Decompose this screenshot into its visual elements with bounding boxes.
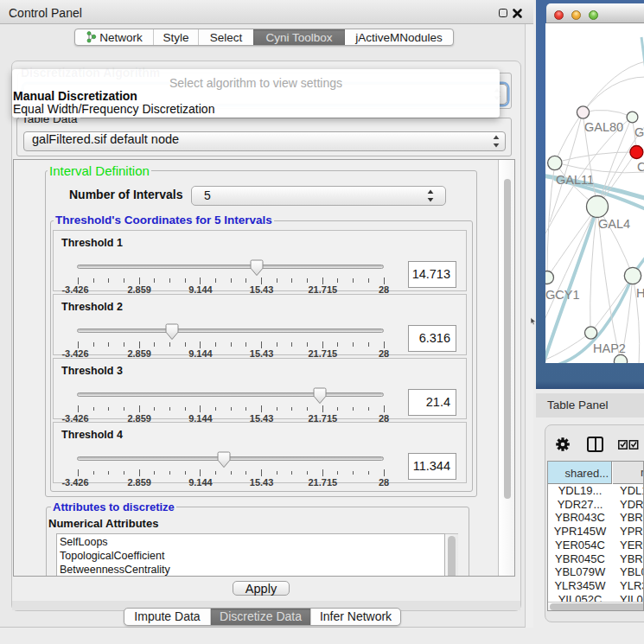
svg-text:H: H (636, 286, 644, 300)
svg-text:C: C (637, 160, 644, 174)
svg-text:GAL80: GAL80 (584, 120, 623, 134)
svg-text:HAP2: HAP2 (593, 341, 626, 355)
svg-text:G.: G. (634, 125, 644, 139)
svg-text:GCY1: GCY1 (545, 288, 580, 302)
svg-text:GAL4: GAL4 (598, 217, 630, 231)
svg-text:GAL11: GAL11 (556, 173, 594, 187)
